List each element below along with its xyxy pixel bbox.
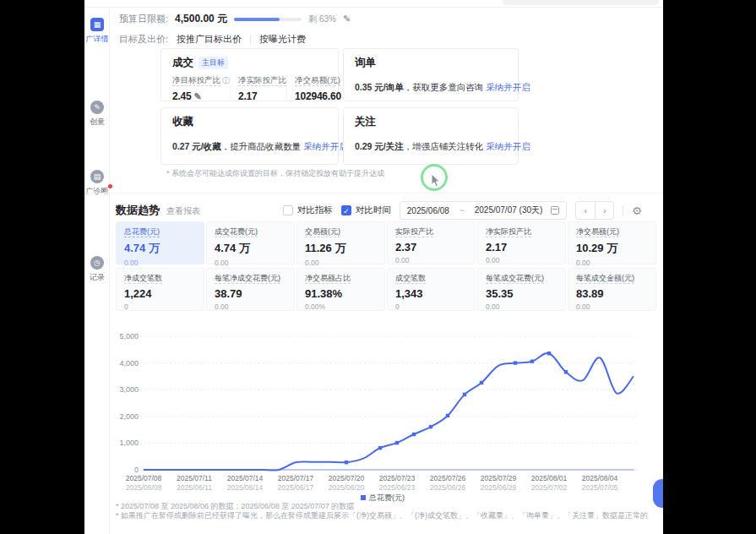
metric-card-net-gmv[interactable]: 净交易额(元) 10.29 万 0.00 (568, 221, 656, 264)
tab-bid-by-impression[interactable]: 按曝光计费 (259, 33, 306, 46)
trend-chart: 01,0002,0003,0004,0005,0002025/07/082025… (117, 326, 649, 492)
checkbox-checked-icon: ✓ (341, 205, 351, 215)
metric-card-amount-per-order[interactable]: 每笔成交金额(元) 83.89 0.00 (568, 268, 656, 311)
trend-section-title: 数据趋势 (116, 203, 160, 218)
prev-period-button[interactable]: ‹ (576, 202, 595, 219)
target-roi-edit-icon[interactable]: ✎ (194, 91, 202, 101)
date-range-picker[interactable]: 2025/06/08 ~ 2025/07/07 (30天) (400, 201, 568, 220)
mouse-cursor (431, 174, 443, 188)
svg-text:2025/08/01: 2025/08/01 (531, 474, 568, 482)
svg-text:2025/07/23: 2025/07/23 (379, 474, 416, 482)
goal-card-favorite: 收藏 0.27 元/收藏，提升商品收藏数量 采纳并开启 (160, 107, 339, 165)
svg-text:2025/07/29: 2025/07/29 (481, 474, 517, 482)
sidebar-item-creative[interactable]: ✎ 创意 (84, 101, 110, 128)
notification-dot (108, 184, 112, 188)
svg-text:3,000: 3,000 (119, 385, 139, 394)
svg-text:2,000: 2,000 (119, 412, 139, 421)
calendar-icon (551, 206, 559, 215)
adopt-enable-link[interactable]: 采纳并开启 (303, 141, 348, 151)
budget-label: 预算日限额: (119, 13, 168, 25)
view-report-link[interactable]: 查看报表 (166, 205, 200, 217)
svg-text:2025/06/20: 2025/06/20 (329, 483, 365, 492)
next-period-button[interactable]: › (595, 202, 613, 219)
svg-text:1,000: 1,000 (119, 439, 139, 447)
legend-marker (361, 495, 366, 500)
compare-metric-checkbox[interactable]: 对比指标 (283, 204, 333, 216)
metric-card-gmv[interactable]: 交易额(元) 11.26 万 0.00 (296, 221, 385, 264)
goal-card-follow: 关注 0.29 元/关注，增强店铺关注转化 采纳并开启 (343, 107, 519, 165)
trend-controls: 对比指标 ✓ 对比时间 2025/06/08 ~ 2025/07/07 (30天… (283, 201, 642, 220)
svg-text:2025/07/20: 2025/07/20 (329, 474, 365, 482)
metric-card-cost-per-net-order[interactable]: 每笔净成交花费(元) 38.79 0.00 (206, 268, 295, 311)
budget-progress-fill (234, 18, 280, 21)
metric-card-net-roi[interactable]: 净实际投产比 2.17 0.00 (477, 221, 566, 264)
sidebar-item-history[interactable]: ◷ 记录 (84, 256, 110, 283)
chart-footnote-2: * 如果推广在暂停或删除前已经获得了曝光，那么在暂停或重建后展示「(净)交易额」… (116, 510, 648, 521)
goal-bar-label: 目标及出价: (119, 33, 168, 46)
budget-remaining: 剩 63% (308, 14, 336, 25)
metric-card-cost-per-order[interactable]: 每笔成交花费(元) 35.35 0.00 (477, 268, 566, 311)
daily-budget-row: 预算日限额: 4,500.00 元 剩 63% ✎ (119, 12, 351, 26)
metric-card-total-spend[interactable]: 总花费(元) 4.74 万 0.00 (116, 221, 204, 264)
svg-text:5,000: 5,000 (119, 332, 139, 341)
gear-icon[interactable]: ⚙ (632, 204, 642, 217)
side-nav: ▦ 广详情 ✎ 创意 ▤ 广诊断 ◷ 记录 (84, 8, 110, 534)
goal-card-inquiry: 询单 0.35 元/询单，获取更多意向咨询 采纳并开启 (343, 48, 519, 101)
goal-cards: 成交 主目标 净目标投产比ⓘ 2.45✎ 净实际投产比 2.17 净交易额(元)… (160, 48, 519, 165)
primary-goal-badge: 主目标 (199, 57, 228, 69)
budget-edit-icon[interactable]: ✎ (343, 14, 351, 25)
history-icon: ◷ (90, 256, 104, 270)
goal-card-deal: 成交 主目标 净目标投产比ⓘ 2.45✎ 净实际投产比 2.17 净交易额(元)… (160, 48, 339, 101)
top-scroll-pill (503, 0, 659, 5)
metric-card-net-orders[interactable]: 净成交笔数 1,224 0 (116, 268, 204, 311)
svg-text:0: 0 (134, 466, 139, 474)
svg-text:2025/07/14: 2025/07/14 (227, 474, 264, 482)
goal-card-title: 成交 (172, 56, 193, 70)
floating-action-button[interactable] (653, 479, 663, 508)
svg-text:2025/06/17: 2025/06/17 (278, 483, 314, 492)
svg-text:2025/07/08: 2025/07/08 (126, 474, 162, 482)
svg-text:2025/07/02: 2025/07/02 (531, 483, 568, 492)
info-icon[interactable]: ⓘ (222, 76, 230, 84)
budget-value: 4,500.00 元 (175, 12, 227, 26)
divider (623, 205, 623, 216)
app-panel: ▦ 广详情 ✎ 创意 ▤ 广诊断 ◷ 记录 预算日限额: 4,500.00 元 … (84, 0, 663, 534)
metric-card-deal-spend[interactable]: 成交花费(元) 4.74 万 0.00 (206, 221, 295, 264)
svg-text:2025/06/29: 2025/06/29 (481, 483, 517, 492)
campaign-detail-icon: ▦ (90, 18, 104, 31)
metric-cards: 总花费(元) 4.74 万 0.00 成交花费(元) 4.74 万 0.00 交… (116, 221, 656, 311)
divider (250, 35, 251, 44)
svg-text:2025/07/17: 2025/07/17 (278, 474, 314, 482)
svg-text:2025/06/08: 2025/06/08 (126, 483, 162, 492)
svg-text:2025/06/14: 2025/06/14 (227, 483, 264, 492)
svg-text:2025/06/26: 2025/06/26 (430, 483, 466, 492)
goal-bid-row: 目标及出价: 按推广目标出价 按曝光计费 (119, 33, 306, 46)
metric-card-orders[interactable]: 成交笔数 1,343 0 (387, 268, 476, 311)
svg-text:2025/07/26: 2025/07/26 (430, 474, 466, 482)
goal-note: * 系统会尽可能达成你设置的目标，保持稳定投放有助于提升达成 (166, 168, 384, 179)
budget-progress-bar (234, 18, 302, 21)
svg-text:2025/06/23: 2025/06/23 (379, 483, 416, 492)
creative-icon: ✎ (90, 101, 104, 114)
tab-bid-by-goal[interactable]: 按推广目标出价 (177, 33, 242, 46)
metric-card-net-gmv-ratio[interactable]: 净交易额占比 91.38% 0.00% (296, 268, 385, 311)
trend-chart-area: 01,0002,0003,0004,0005,0002025/07/082025… (117, 326, 649, 492)
svg-text:4,000: 4,000 (119, 359, 139, 368)
adopt-enable-link[interactable]: 采纳并开启 (486, 141, 530, 151)
section-divider (84, 193, 663, 193)
top-divider (84, 7, 663, 8)
adopt-enable-link[interactable]: 采纳并开启 (486, 82, 530, 92)
svg-text:2025/07/05: 2025/07/05 (582, 483, 618, 492)
svg-text:2025/06/11: 2025/06/11 (177, 483, 212, 492)
checkbox-unchecked-icon (283, 205, 293, 215)
svg-text:2025/08/04: 2025/08/04 (582, 474, 618, 482)
metric-card-roi[interactable]: 实际投产比 2.37 0.00 (387, 221, 476, 264)
sidebar-item-campaign-detail[interactable]: ▦ 广详情 (84, 18, 110, 45)
diagnosis-icon: ▤ (90, 170, 104, 183)
compare-time-checkbox[interactable]: ✓ 对比时间 (341, 204, 391, 216)
svg-text:2025/07/11: 2025/07/11 (177, 474, 212, 482)
